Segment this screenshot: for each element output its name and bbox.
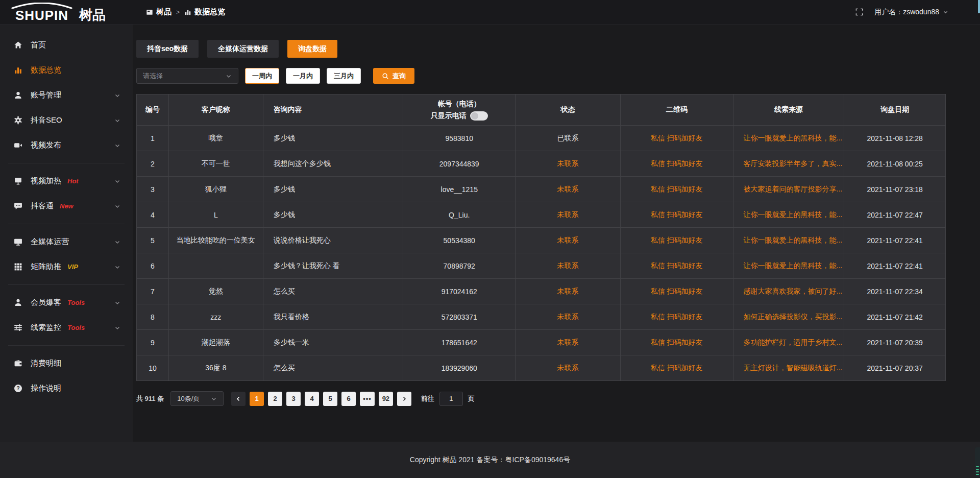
cell-nickname: 狐小狸 bbox=[169, 177, 263, 202]
page: SHUPIN 树品 树品 > 数据总览 用户名：zswodun88 首页 bbox=[0, 0, 980, 478]
sidebar-item-8[interactable]: 矩阵助推VIP bbox=[0, 254, 133, 279]
cell-content: 多少钱 bbox=[263, 177, 404, 202]
sidebar-item-label: 全媒体运营 bbox=[31, 237, 69, 247]
pager-next-button[interactable] bbox=[397, 392, 411, 406]
cell-date: 2021-11-07 23:18 bbox=[844, 177, 945, 202]
wallet-icon bbox=[14, 359, 23, 368]
cell-source[interactable]: 多功能护栏灯，适用于乡村文... bbox=[733, 330, 845, 355]
sidebar-item-7[interactable]: 全媒体运营 bbox=[0, 229, 133, 254]
sidebar-item-9[interactable]: 会员爆客Tools bbox=[0, 290, 133, 315]
sidebar-item-10[interactable]: 线索监控Tools bbox=[0, 315, 133, 340]
cell-source[interactable]: 无主灯设计，智能磁吸轨道灯... bbox=[733, 355, 845, 380]
cell-source[interactable]: 如何正确选择投影仪，买投影... bbox=[733, 304, 845, 329]
table-header-row: 编号客户昵称咨询内容帐号（电话）只显示电话状态二维码线索来源询盘日期 bbox=[137, 94, 945, 125]
cell-nickname: 潮起潮落 bbox=[169, 330, 263, 355]
cell-qrcode[interactable]: 私信 扫码加好友 bbox=[621, 279, 733, 304]
period-button-1[interactable]: 一月内 bbox=[286, 68, 320, 84]
cell-nickname: 36度 8 bbox=[169, 355, 263, 380]
column-header-content: 咨询内容 bbox=[263, 94, 404, 125]
tab-0[interactable]: 抖音seo数据 bbox=[136, 40, 199, 58]
cell-source[interactable]: 让你一眼就爱上的黑科技，能... bbox=[733, 202, 845, 227]
app-logo[interactable]: SHUPIN 树品 bbox=[9, 3, 106, 22]
cell-qrcode[interactable]: 私信 扫码加好友 bbox=[621, 228, 733, 253]
chevron-down-icon bbox=[226, 73, 232, 79]
help-icon: ? bbox=[14, 384, 23, 393]
pager-page-2[interactable]: 2 bbox=[268, 392, 282, 406]
search-button[interactable]: 查询 bbox=[373, 68, 414, 84]
chevron-down-icon bbox=[114, 239, 120, 245]
cell-content: 怎么买 bbox=[263, 355, 404, 380]
cell-date: 2021-11-07 22:47 bbox=[844, 202, 945, 227]
pager-page-5[interactable]: 5 bbox=[323, 392, 337, 406]
pager-page-4[interactable]: 4 bbox=[305, 392, 319, 406]
page-size-select[interactable]: 10条/页 bbox=[170, 391, 224, 406]
sidebar-item-3[interactable]: 抖音SEO bbox=[0, 108, 133, 133]
phone-only-toggle[interactable] bbox=[470, 111, 488, 121]
sidebar-item-5[interactable]: 视频加热Hot bbox=[0, 169, 133, 194]
column-header-id: 编号 bbox=[137, 94, 169, 125]
column-header-status: 状态 bbox=[516, 94, 621, 125]
cell-qrcode[interactable]: 私信 扫码加好友 bbox=[621, 177, 733, 202]
user-icon bbox=[14, 91, 23, 100]
cell-date: 2021-11-07 20:39 bbox=[844, 330, 945, 355]
pager-prev-button[interactable] bbox=[231, 392, 246, 406]
cell-id: 2 bbox=[137, 151, 169, 176]
table-row: 2不可一世我想问这个多少钱2097344839未联系私信 扫码加好友客厅安装投影… bbox=[137, 151, 945, 176]
sidebar-item-6[interactable]: 抖客通New bbox=[0, 194, 133, 219]
sidebar-item-11[interactable]: 消费明细 bbox=[0, 351, 133, 376]
cell-status: 未联系 bbox=[516, 177, 621, 202]
pager-page-3[interactable]: 3 bbox=[286, 392, 301, 406]
chevron-down-icon bbox=[943, 9, 948, 15]
sidebar-item-2[interactable]: 账号管理 bbox=[0, 83, 133, 108]
cell-qrcode[interactable]: 私信 扫码加好友 bbox=[621, 202, 733, 227]
logo-wordmark: SHUPIN bbox=[9, 3, 75, 22]
table-row: 1036度 8怎么买183929060未联系私信 扫码加好友无主灯设计，智能磁吸… bbox=[137, 355, 945, 380]
phone-toggle-label: 只显示电话 bbox=[431, 111, 467, 121]
cell-source[interactable]: 感谢大家喜欢我家，被问了好... bbox=[733, 279, 845, 304]
sidebar-item-label: 操作说明 bbox=[31, 384, 61, 393]
goto-page-input[interactable] bbox=[439, 392, 463, 406]
sliders-icon bbox=[14, 323, 23, 332]
period-button-2[interactable]: 三月内 bbox=[327, 68, 361, 84]
cell-qrcode[interactable]: 私信 扫码加好友 bbox=[621, 151, 733, 176]
sidebar-item-0[interactable]: 首页 bbox=[0, 33, 133, 58]
cell-status: 未联系 bbox=[516, 151, 621, 176]
user-menu[interactable]: 用户名：zswodun88 bbox=[874, 8, 948, 17]
cell-qrcode[interactable]: 私信 扫码加好友 bbox=[621, 330, 733, 355]
cell-qrcode[interactable]: 私信 扫码加好友 bbox=[621, 304, 733, 329]
filter-select[interactable]: 请选择 bbox=[136, 68, 238, 84]
sidebar-item-12[interactable]: ?操作说明 bbox=[0, 376, 133, 401]
chevron-down-icon bbox=[114, 203, 120, 209]
cell-nickname: zzz bbox=[169, 304, 263, 329]
app-square-icon bbox=[146, 9, 153, 16]
cell-source[interactable]: 让你一眼就爱上的黑科技，能... bbox=[733, 126, 845, 151]
sidebar-item-label: 账号管理 bbox=[31, 90, 61, 100]
cell-qrcode[interactable]: 私信 扫码加好友 bbox=[621, 126, 733, 151]
sidebar-item-4[interactable]: 视频发布 bbox=[0, 133, 133, 158]
cell-date: 2021-11-07 22:41 bbox=[844, 253, 945, 278]
scrollbar-thumb[interactable] bbox=[978, 0, 980, 13]
pager-page-6[interactable]: 6 bbox=[341, 392, 356, 406]
corner-widget-bar bbox=[976, 469, 979, 470]
cell-nickname bbox=[169, 253, 263, 278]
cell-qrcode[interactable]: 私信 扫码加好友 bbox=[621, 355, 733, 380]
period-button-0[interactable]: 一周内 bbox=[245, 68, 279, 84]
pager-ellipsis[interactable]: ••• bbox=[360, 392, 375, 406]
breadcrumb-item-home[interactable]: 树品 bbox=[146, 7, 172, 17]
tab-2[interactable]: 询盘数据 bbox=[287, 40, 337, 58]
breadcrumb-item-current[interactable]: 数据总览 bbox=[184, 7, 225, 17]
corner-widget[interactable] bbox=[975, 447, 980, 477]
username-label: 用户名：zswodun88 bbox=[874, 8, 939, 17]
cell-source[interactable]: 被大家追着问的客厅投影分享... bbox=[733, 177, 845, 202]
cell-source[interactable]: 让你一眼就爱上的黑科技，能... bbox=[733, 253, 845, 278]
cell-source[interactable]: 让你一眼就爱上的黑科技，能... bbox=[733, 228, 845, 253]
cell-content: 我想问这个多少钱 bbox=[263, 151, 404, 176]
cell-qrcode[interactable]: 私信 扫码加好友 bbox=[621, 253, 733, 278]
fullscreen-icon[interactable] bbox=[855, 8, 863, 16]
data-table: 编号客户昵称咨询内容帐号（电话）只显示电话状态二维码线索来源询盘日期 1哦章多少… bbox=[136, 94, 946, 381]
tab-1[interactable]: 全媒体运营数据 bbox=[207, 40, 279, 58]
cell-source[interactable]: 客厅安装投影半年多了，真实... bbox=[733, 151, 845, 176]
pager-page-92[interactable]: 92 bbox=[379, 392, 393, 406]
sidebar-item-1[interactable]: 数据总览 bbox=[0, 58, 133, 83]
pager-page-1[interactable]: 1 bbox=[250, 392, 264, 406]
